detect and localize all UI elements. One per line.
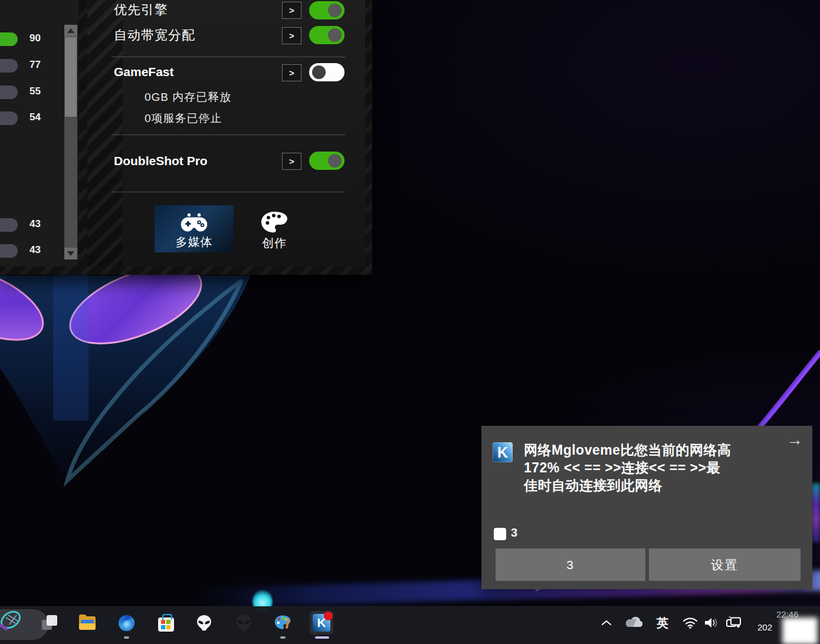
- list-toggle-pill[interactable]: [0, 111, 18, 125]
- microsoft-store-icon: [158, 617, 174, 632]
- edge-icon: [119, 615, 135, 631]
- tab-multimedia-label: 多媒体: [176, 234, 213, 250]
- task-view-icon: [41, 614, 58, 632]
- alien-head-artwork: [0, 268, 271, 516]
- file-explorer-icon: [79, 616, 96, 630]
- killer-network-notification: → K 网络Mgloveme比您当前的网络高 172% << == >>连接<<…: [481, 426, 812, 589]
- app-settings-panel: 优先引擎 > 自动带宽分配 > GameFast > 0GB 内存已释放 0项服…: [87, 0, 365, 267]
- app-tray-button[interactable]: [723, 611, 744, 635]
- alienware-dark-head-icon: [234, 613, 253, 632]
- scroll-down-arrow[interactable]: [64, 248, 77, 259]
- notification-settings-button[interactable]: 设置: [649, 548, 801, 581]
- gamefast-memory-freed-text: 0GB 内存已释放: [145, 90, 231, 105]
- auto-bandwidth-toggle[interactable]: [309, 26, 345, 44]
- alienware-command-center-button[interactable]: [192, 611, 216, 635]
- killer-control-center-window: 90 77 55 54 43 43 优先引擎 > 自动带宽分配 >: [0, 0, 372, 275]
- toggle-knob: [328, 28, 342, 42]
- toggle-knob: [328, 4, 342, 17]
- doubleshot-expand-button[interactable]: >: [282, 153, 301, 170]
- paint-app-button[interactable]: [271, 611, 294, 635]
- tray-show-hidden-icons-button[interactable]: [596, 611, 617, 635]
- gamefast-toggle[interactable]: [309, 63, 345, 81]
- notification-message-line: 172% << == >>连接<< == >>最: [524, 459, 783, 477]
- divider: [112, 192, 345, 192]
- desktop-screen: 90 77 55 54 43 43 优先引擎 > 自动带宽分配 >: [0, 0, 820, 644]
- chevron-up-icon: [601, 619, 612, 626]
- divider: [112, 134, 345, 135]
- device-heart-icon: [725, 615, 743, 630]
- priority-engine-toggle[interactable]: [309, 1, 345, 19]
- list-item-value: 55: [29, 86, 53, 97]
- list-item-value: 43: [29, 244, 53, 256]
- microsoft-store-button[interactable]: [154, 611, 178, 635]
- divider: [112, 57, 345, 57]
- notification-badge: [324, 612, 333, 620]
- list-toggle-pill[interactable]: [0, 218, 18, 232]
- notification-message: 网络Mgloveme比您当前的网络高 172% << == >>连接<< == …: [524, 441, 783, 494]
- volume-tray-button[interactable]: [701, 611, 722, 635]
- app-sidebar-list: 90 77 55 54 43 43: [0, 0, 78, 267]
- sidebar-scrollbar[interactable]: [64, 25, 77, 259]
- tab-create[interactable]: 创作: [254, 208, 295, 252]
- priority-engine-expand-button[interactable]: >: [282, 2, 301, 19]
- notification-message-line: 网络Mgloveme比您当前的网络高: [524, 441, 783, 459]
- ime-language-indicator[interactable]: 英: [652, 611, 673, 635]
- palette-icon: [260, 211, 289, 234]
- list-toggle-pill[interactable]: [0, 32, 18, 46]
- blurred-privacy-patch: [782, 617, 818, 644]
- tab-create-label: 创作: [262, 235, 287, 251]
- wifi-icon: [683, 617, 698, 629]
- edge-browser-button[interactable]: [114, 611, 138, 635]
- tray-clock-date[interactable]: 202: [757, 622, 772, 632]
- onedrive-tray-button[interactable]: [623, 611, 644, 635]
- doubleshot-toggle[interactable]: [309, 152, 345, 170]
- toggle-knob: [328, 154, 342, 167]
- priority-engine-label: 优先引擎: [114, 1, 168, 19]
- cloud-icon: [625, 617, 642, 629]
- gamefast-expand-button[interactable]: >: [282, 64, 301, 81]
- list-item-value: 77: [29, 59, 53, 71]
- notification-checkbox-label: 3: [511, 526, 517, 540]
- tab-multimedia[interactable]: 多媒体: [155, 205, 234, 252]
- killer-active-indicator: [315, 636, 329, 639]
- notification-checkbox[interactable]: [494, 528, 506, 540]
- list-item-value: 43: [29, 218, 53, 230]
- edge-running-indicator: [124, 636, 129, 639]
- auto-bandwidth-label: 自动带宽分配: [114, 27, 195, 44]
- speaker-icon: [703, 616, 720, 629]
- gamefast-services-stopped-text: 0项服务已停止: [145, 111, 222, 126]
- gamefast-label: GameFast: [114, 65, 174, 79]
- doubleshot-pro-label: DoubleShot Pro: [114, 154, 208, 168]
- list-item-value: 90: [29, 32, 53, 44]
- killer-logo: K: [493, 442, 513, 462]
- toggle-knob: [312, 65, 326, 79]
- paint-running-indicator: [280, 636, 286, 639]
- notification-button-3[interactable]: 3: [496, 548, 645, 581]
- list-item-value: 54: [29, 111, 53, 123]
- list-toggle-pill[interactable]: [0, 86, 18, 99]
- file-explorer-button[interactable]: [76, 611, 99, 635]
- scroll-up-arrow[interactable]: [64, 25, 77, 37]
- paint-palette-icon: [274, 615, 291, 631]
- taskbar: K 英: [0, 606, 820, 644]
- wifi-tray-button[interactable]: [680, 611, 701, 635]
- notification-expand-arrow-icon[interactable]: →: [786, 431, 803, 449]
- killer-control-center-button[interactable]: K: [310, 611, 333, 635]
- list-toggle-pill[interactable]: [0, 244, 18, 258]
- alienware-head-icon: [195, 614, 213, 632]
- gamepad-icon: [179, 213, 209, 233]
- notification-message-line: 佳时自动连接到此网络: [524, 477, 783, 494]
- scrollbar-thumb[interactable]: [65, 37, 77, 117]
- task-view-button[interactable]: [38, 611, 61, 635]
- auto-bandwidth-expand-button[interactable]: >: [282, 27, 301, 44]
- list-toggle-pill[interactable]: [0, 59, 18, 73]
- alienware-app-button[interactable]: [232, 611, 255, 635]
